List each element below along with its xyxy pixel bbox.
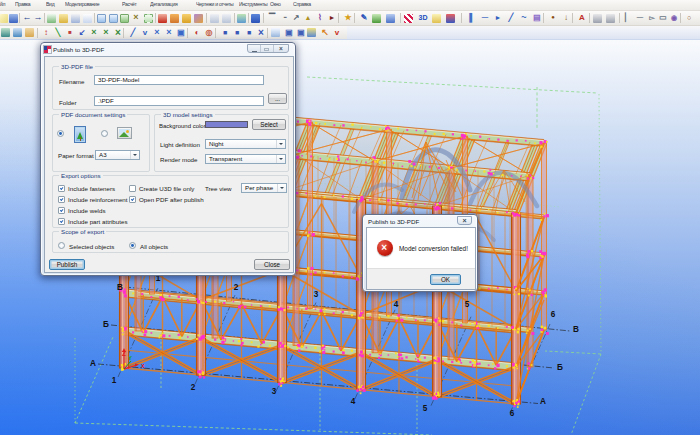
svg-text:x: x	[141, 362, 145, 369]
svg-text:Y: Y	[128, 355, 132, 361]
svg-text:В: В	[117, 283, 123, 292]
svg-text:3: 3	[272, 387, 277, 396]
svg-text:2: 2	[234, 283, 239, 292]
svg-text:6: 6	[510, 409, 515, 418]
svg-text:5: 5	[465, 300, 470, 309]
svg-text:А: А	[90, 359, 96, 368]
svg-text:2: 2	[191, 383, 196, 392]
svg-text:1: 1	[112, 376, 117, 385]
svg-text:В: В	[573, 325, 579, 334]
svg-text:5: 5	[423, 404, 428, 413]
svg-text:3: 3	[314, 290, 319, 299]
svg-text:А: А	[540, 397, 546, 406]
svg-text:6: 6	[551, 310, 556, 319]
svg-text:Б: Б	[103, 320, 109, 329]
svg-text:Z: Z	[122, 350, 126, 357]
svg-text:4: 4	[351, 397, 356, 406]
svg-text:4: 4	[394, 300, 399, 309]
svg-text:Б: Б	[557, 363, 563, 372]
